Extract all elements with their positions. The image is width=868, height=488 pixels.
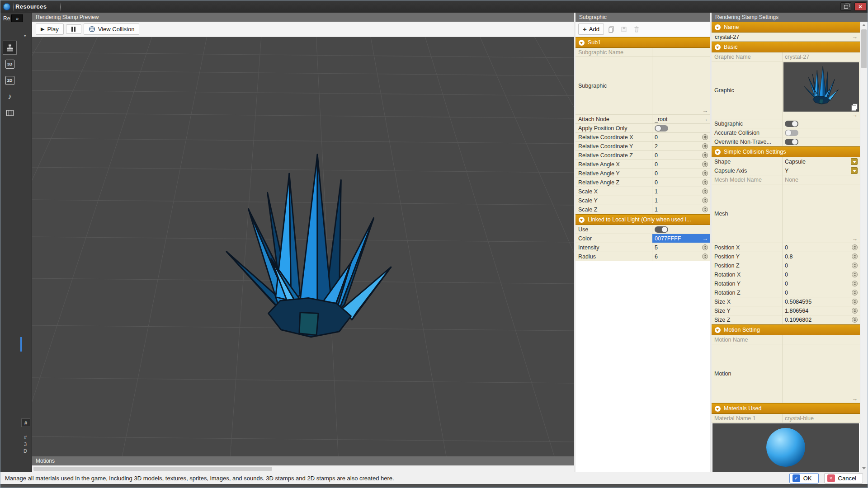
color-value-selected[interactable]: 0077FFFF →: [652, 234, 710, 243]
expand-panel-button[interactable]: »: [11, 14, 23, 22]
section-header-sub1[interactable]: Sub1: [576, 37, 710, 48]
section-header-basic[interactable]: Basic: [712, 42, 860, 52]
prop-value[interactable]: 0: [652, 151, 710, 160]
apply-position-only-toggle[interactable]: [655, 125, 668, 131]
scroll-down-arrow[interactable]: [860, 465, 868, 472]
3d-viewport[interactable]: [32, 37, 574, 456]
stepper-icon[interactable]: [852, 272, 858, 277]
resources-collapsed-tab[interactable]: Re: [3, 15, 10, 22]
dropdown-chevron-icon[interactable]: [851, 158, 858, 165]
graphic-picker-value[interactable]: →: [783, 61, 860, 119]
capsule-axis-select[interactable]: Y: [783, 166, 860, 175]
tool-3d-stamps[interactable]: 3D: [3, 57, 17, 71]
stepper-icon[interactable]: [702, 244, 708, 250]
prop-value[interactable]: 0.1096802: [783, 315, 860, 324]
stepper-icon[interactable]: [702, 170, 708, 176]
window-resize-edge[interactable]: [0, 484, 868, 488]
rename-arrow-icon[interactable]: →: [852, 34, 858, 40]
section-header-materials-used[interactable]: Materials Used: [712, 403, 860, 414]
tool-sounds[interactable]: ♪: [3, 89, 17, 103]
scroll-up-arrow[interactable]: [860, 22, 868, 28]
section-header-local-light[interactable]: Linked to Local Light (Only when used i.…: [576, 214, 710, 225]
horizontal-scroll-thumb[interactable]: [33, 467, 272, 471]
delete-subgraphic-button[interactable]: [631, 24, 642, 35]
paste-subgraphic-button[interactable]: [618, 24, 629, 35]
subgraphic-picker-value[interactable]: →: [652, 57, 710, 114]
prop-value[interactable]: 0: [652, 178, 710, 187]
stepper-icon[interactable]: [702, 134, 708, 140]
dropdown-chevron-icon[interactable]: [851, 167, 858, 174]
pause-button[interactable]: [66, 24, 81, 34]
prop-value[interactable]: 0: [652, 160, 710, 169]
prop-value[interactable]: 0: [783, 261, 860, 270]
collapsed-tab-3d-label[interactable]: #3D: [23, 435, 28, 455]
prop-value[interactable]: [652, 48, 710, 56]
open-picker-arrow-icon[interactable]: →: [702, 116, 708, 122]
prop-value[interactable]: 5: [652, 243, 710, 252]
use-light-toggle[interactable]: [655, 226, 668, 233]
open-picker-arrow-icon[interactable]: →: [852, 236, 858, 242]
stepper-icon[interactable]: [852, 290, 858, 296]
open-picker-arrow-icon[interactable]: →: [852, 396, 858, 402]
close-button[interactable]: ×: [854, 2, 866, 11]
add-subgraphic-button[interactable]: + Add: [578, 23, 604, 35]
collapsed-tab-hash[interactable]: #: [21, 418, 30, 427]
stepper-icon[interactable]: [852, 244, 858, 250]
prop-value[interactable]: 0: [783, 243, 860, 252]
subgraphic-toggle[interactable]: [785, 121, 798, 127]
prop-value[interactable]: 0: [783, 288, 860, 297]
prop-value[interactable]: 1.806564: [783, 306, 860, 315]
open-picker-arrow-icon[interactable]: →: [852, 112, 858, 118]
stepper-icon[interactable]: [702, 143, 708, 149]
prop-value[interactable]: 0: [652, 133, 710, 141]
layers-icon[interactable]: [849, 102, 859, 112]
stepper-icon[interactable]: [852, 317, 858, 323]
play-button[interactable]: ▶ Play: [36, 23, 64, 35]
section-header-motion-setting[interactable]: Motion Setting: [712, 324, 860, 335]
stepper-icon[interactable]: [702, 197, 708, 203]
copy-subgraphic-button[interactable]: [606, 24, 617, 35]
horizontal-scrollbar[interactable]: [32, 465, 574, 472]
prop-value[interactable]: 6: [652, 252, 710, 261]
accurate-collision-toggle[interactable]: [785, 130, 798, 136]
stepper-icon[interactable]: [702, 161, 708, 167]
stepper-icon[interactable]: [702, 188, 708, 194]
view-collision-button[interactable]: View Collision: [84, 23, 140, 35]
prop-value[interactable]: 0: [783, 279, 860, 288]
open-picker-arrow-icon[interactable]: →: [702, 108, 708, 113]
stepper-icon[interactable]: [852, 308, 858, 314]
prop-value[interactable]: 1: [652, 196, 710, 205]
tool-stamp-preview[interactable]: [3, 41, 17, 55]
stamp-name-value[interactable]: crystal-27 →: [712, 33, 860, 41]
prop-value[interactable]: 2: [652, 142, 710, 150]
mesh-picker-value[interactable]: →: [783, 184, 860, 243]
overwrite-non-traversable-toggle[interactable]: [785, 139, 798, 145]
stepper-icon[interactable]: [702, 179, 708, 185]
stepper-icon[interactable]: [852, 263, 858, 268]
cancel-button[interactable]: × Cancel: [824, 473, 863, 483]
open-color-picker-arrow-icon[interactable]: →: [702, 235, 708, 241]
section-header-name[interactable]: Name: [712, 22, 860, 33]
stepper-icon[interactable]: [702, 253, 708, 259]
tool-2d-stamps[interactable]: 2D: [3, 73, 17, 87]
section-header-simple-collision[interactable]: Simple Collision Settings: [712, 146, 860, 157]
prop-value[interactable]: 1: [652, 187, 710, 196]
graphic-thumbnail[interactable]: [783, 62, 859, 112]
ok-button[interactable]: ✓ OK: [789, 473, 819, 483]
prop-value[interactable]: 0: [783, 270, 860, 279]
stepper-icon[interactable]: [852, 281, 858, 286]
stepper-icon[interactable]: [702, 152, 708, 158]
motion-picker-value[interactable]: →: [783, 344, 860, 403]
prop-value[interactable]: 0: [652, 169, 710, 178]
tool-movies[interactable]: [3, 106, 17, 120]
prop-value[interactable]: 0.5084595: [783, 297, 860, 306]
splitter-arrow-icon[interactable]: ▾: [24, 33, 26, 38]
material-thumbnail[interactable]: [712, 423, 859, 472]
restore-window-button[interactable]: [840, 2, 851, 11]
shape-select[interactable]: Capsule: [783, 157, 860, 166]
prop-value[interactable]: 1: [652, 205, 710, 214]
prop-value[interactable]: 0.8: [783, 252, 860, 261]
stepper-icon[interactable]: [852, 253, 858, 259]
prop-value[interactable]: _root →: [652, 115, 710, 123]
scroll-thumb[interactable]: [861, 29, 867, 68]
